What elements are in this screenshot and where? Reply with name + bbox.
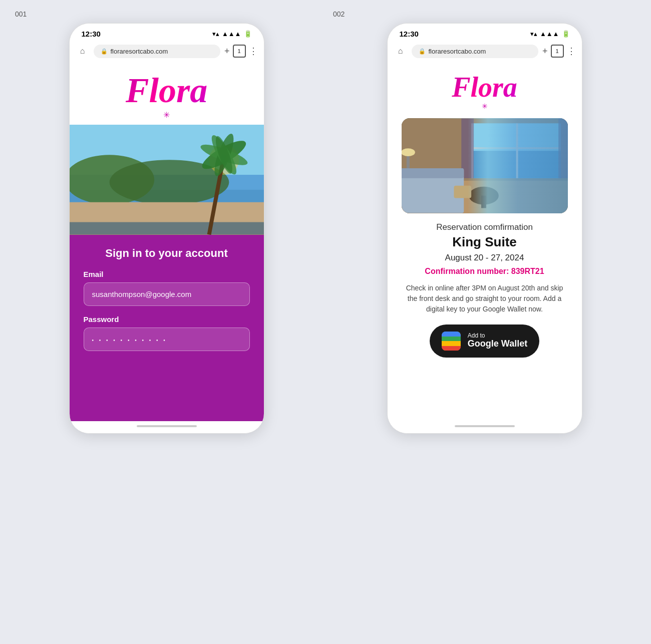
svg-point-27 — [469, 187, 499, 205]
status-bar-1: 12:30 ▾▴ ▲▲▲ 🔋 — [70, 24, 264, 41]
lock-icon-1: 🔒 — [101, 48, 108, 55]
wallet-icon-inner — [442, 332, 461, 351]
browser-menu-btn-2[interactable]: ⋮ — [567, 47, 576, 56]
google-wallet-button[interactable]: Add to Google Wallet — [430, 325, 539, 358]
sign-in-section: Sign in to your account Email susanthomp… — [70, 235, 264, 421]
battery-icon-1: 🔋 — [244, 30, 252, 38]
home-indicator-bar-1 — [137, 425, 197, 427]
browser-home-btn-1[interactable]: ⌂ — [76, 44, 90, 58]
wifi-icon-2: ▾▴ — [530, 30, 537, 38]
wallet-stripe-green — [442, 337, 461, 342]
flora-snowflake-1: ✳ — [163, 110, 170, 120]
home-indicator-bar-2 — [455, 425, 515, 427]
browser-actions-2: + 1 ⋮ — [542, 45, 576, 58]
new-tab-btn-2[interactable]: + — [542, 47, 548, 56]
checkin-desc: Check in online after 3PM on August 20th… — [402, 283, 568, 314]
browser-chrome-1: ⌂ 🔒 floraresortcabo.com + 1 ⋮ — [70, 41, 264, 63]
wallet-add-to-label: Add to — [468, 333, 527, 339]
signal-icon-1: ▲▲▲ — [222, 30, 241, 38]
wallet-stripe-red — [442, 346, 461, 351]
svg-rect-21 — [516, 124, 518, 178]
svg-rect-19 — [471, 151, 561, 178]
browser-address-bar-1[interactable]: 🔒 floraresortcabo.com — [94, 45, 220, 58]
signal-icon-2: ▲▲▲ — [540, 30, 559, 38]
wifi-icon-1: ▾▴ — [212, 30, 219, 38]
flora-logo-1: Flora — [126, 73, 207, 108]
svg-rect-24 — [558, 119, 568, 178]
svg-rect-28 — [481, 196, 486, 208]
svg-rect-18 — [471, 124, 561, 156]
room-name: King Suite — [452, 234, 517, 250]
home-indicator-1 — [70, 421, 264, 433]
new-tab-btn-1[interactable]: + — [224, 47, 230, 56]
url-text-2: floraresortcabo.com — [429, 48, 486, 55]
browser-chrome-2: ⌂ 🔒 floraresortcabo.com + 1 ⋮ — [388, 41, 582, 63]
reservation-label: Reservation comfirmation — [436, 222, 533, 232]
svg-point-31 — [402, 148, 415, 156]
room-image — [402, 118, 568, 213]
browser-actions-1: + 1 ⋮ — [224, 45, 258, 58]
browser-address-bar-2[interactable]: 🔒 floraresortcabo.com — [412, 45, 538, 58]
flora-logo-2: Flora — [452, 73, 517, 101]
email-label: Email — [84, 270, 250, 278]
beach-image — [70, 125, 264, 235]
tab-btn-2[interactable]: 1 — [551, 45, 564, 58]
password-label: Password — [84, 315, 250, 324]
flora-snowflake-2: ✳ — [482, 102, 488, 110]
tab-btn-1[interactable]: 1 — [233, 45, 246, 58]
status-bar-2: 12:30 ▾▴ ▲▲▲ 🔋 — [388, 24, 582, 41]
status-icons-1: ▾▴ ▲▲▲ 🔋 — [212, 30, 252, 38]
svg-rect-29 — [454, 186, 471, 198]
confirmation-number: Confirmation number: 839RT21 — [425, 267, 544, 276]
phone-1-content: Flora ✳ — [70, 63, 264, 433]
date-range: August 20 - 27, 2024 — [445, 253, 524, 263]
battery-icon-2: 🔋 — [562, 30, 570, 38]
svg-rect-22 — [471, 147, 561, 149]
svg-rect-20 — [471, 124, 473, 178]
svg-rect-26 — [402, 168, 464, 178]
email-input[interactable]: susanthompson@google.com — [84, 282, 250, 306]
phone-2-wrapper: 002 12:30 ▾▴ ▲▲▲ 🔋 ⌂ 🔒 floraresortcabo.c… — [333, 10, 636, 434]
status-icons-2: ▾▴ ▲▲▲ 🔋 — [530, 30, 570, 38]
svg-rect-17 — [471, 124, 561, 178]
email-value: susanthompson@google.com — [92, 290, 192, 298]
password-input[interactable]: • • • • • • • • • • • — [84, 328, 250, 351]
status-time-2: 12:30 — [400, 30, 419, 38]
password-dots: • • • • • • • • • • • — [92, 338, 167, 343]
wallet-google-label: Google Wallet — [468, 339, 527, 350]
browser-menu-btn-1[interactable]: ⋮ — [249, 47, 258, 56]
sign-in-title: Sign in to your account — [84, 247, 250, 260]
wallet-stripe-yellow — [442, 341, 461, 346]
browser-home-btn-2[interactable]: ⌂ — [394, 44, 408, 58]
phone-1-top: Flora ✳ — [70, 63, 264, 125]
wallet-icon — [442, 332, 461, 351]
home-indicator-2 — [388, 421, 582, 433]
phone-2: 12:30 ▾▴ ▲▲▲ 🔋 ⌂ 🔒 floraresortcabo.com +… — [387, 23, 582, 434]
status-time-1: 12:30 — [82, 30, 101, 38]
svg-rect-6 — [70, 222, 264, 235]
wallet-text: Add to Google Wallet — [468, 333, 527, 350]
lock-icon-2: 🔒 — [419, 48, 426, 55]
phone-2-content: Flora ✳ — [388, 63, 582, 421]
phone-1-wrapper: 001 12:30 ▾▴ ▲▲▲ 🔋 ⌂ 🔒 floraresortcabo.c… — [15, 10, 318, 434]
wallet-stripe-blue — [442, 332, 461, 337]
phone-1: 12:30 ▾▴ ▲▲▲ 🔋 ⌂ 🔒 floraresortcabo.com +… — [69, 23, 264, 434]
phone-2-label: 002 — [333, 10, 345, 18]
phone-1-label: 001 — [15, 10, 27, 18]
url-text-1: floraresortcabo.com — [111, 48, 168, 55]
